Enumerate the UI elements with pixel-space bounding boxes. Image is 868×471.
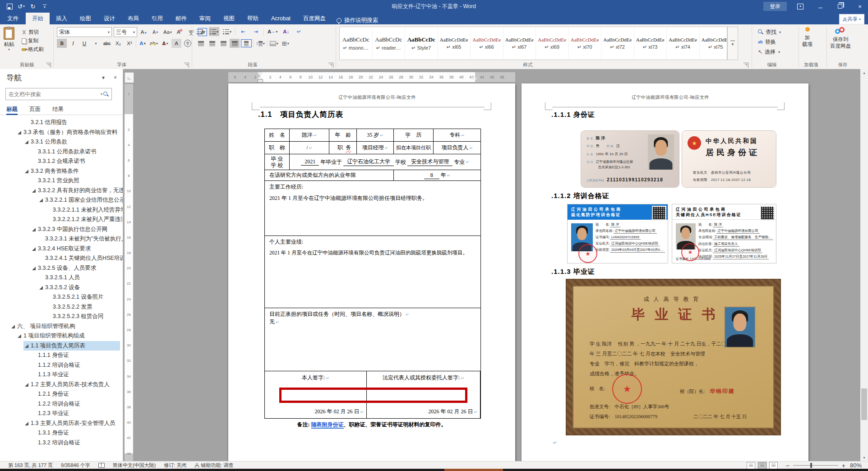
zoom-slider-thumb[interactable] <box>810 463 812 468</box>
distribute-button[interactable] <box>241 39 252 47</box>
ribbon-tab[interactable]: 插入 <box>50 13 74 24</box>
align-center-button[interactable] <box>207 39 217 48</box>
accessibility-indicator[interactable]: 辅助功能: 调查 <box>194 462 233 469</box>
style-item[interactable]: AaBbCcDdEe ↵ xl66 <box>471 27 503 60</box>
add-ins-button[interactable]: 加 载项 <box>802 27 813 48</box>
undo-button[interactable]: ↺▾ <box>15 1 27 12</box>
style-item[interactable]: AaBbCcDdEe ↵ xl75 <box>700 27 728 60</box>
subscript-button[interactable]: X₂ <box>113 39 123 48</box>
copy-button[interactable]: 复制 <box>22 37 44 45</box>
style-item[interactable]: AaBbCcDc ↵ Style7 <box>405 27 438 60</box>
login-button[interactable]: 登录 <box>763 2 787 11</box>
left-indent-marker[interactable] <box>258 80 263 82</box>
search-options-dropdown-icon[interactable]: ▾ <box>101 92 102 96</box>
style-item[interactable]: AaBbCcDdEe ↵ xl69 <box>536 27 569 60</box>
word-count[interactable]: 9/35846 个字 <box>61 462 90 469</box>
search-icon[interactable] <box>103 92 109 97</box>
font-dialog-launcher[interactable] <box>184 63 189 68</box>
qat-customize-button[interactable]: ▾ <box>39 1 51 12</box>
nav-tree-item[interactable]: 1 项目组织管理机构组成 <box>0 331 123 341</box>
ribbon-display-options-button[interactable]: ▴ <box>792 0 808 13</box>
zoom-in-button[interactable]: + <box>842 462 845 469</box>
ribbon-tab[interactable]: 视图 <box>217 13 241 24</box>
expand-arrow-icon[interactable] <box>25 140 28 144</box>
style-item[interactable]: AaBbCcDdEe ↵ xl67 <box>503 27 536 60</box>
clipboard-dialog-launcher[interactable] <box>46 63 51 68</box>
highlight-button[interactable]: ab▾ <box>149 39 159 48</box>
font-family-combo[interactable]: 宋体▾ <box>57 27 112 37</box>
line-spacing-button[interactable]: ↕▾ <box>255 39 266 48</box>
ribbon-tab[interactable]: 邮件 <box>169 13 193 24</box>
style-item[interactable]: AaBbCcDdEe ↵ xl73 <box>634 27 667 60</box>
navigation-tab[interactable]: 页面 <box>29 103 41 115</box>
select-button[interactable]: ↖选择▾ <box>758 47 781 57</box>
strikethrough-button[interactable]: abc <box>102 39 112 48</box>
align-right-button[interactable] <box>218 39 228 48</box>
bullets-button[interactable]: ▾ <box>196 27 206 36</box>
expand-arrow-icon[interactable] <box>32 189 36 193</box>
redo-button[interactable]: ↻ <box>27 1 39 12</box>
shading-button[interactable]: ▾ <box>269 39 279 48</box>
paste-button[interactable]: 粘贴 ▾ <box>4 27 14 51</box>
expand-arrow-icon[interactable] <box>18 131 21 134</box>
underline-button[interactable]: U <box>79 39 89 48</box>
nav-tree-item[interactable]: 1.1.3 毕业证 <box>0 370 123 380</box>
nav-tree-item[interactable]: 3.3.2.5.1 人员 <box>0 273 123 283</box>
find-button[interactable]: 查找▾ <box>758 27 781 37</box>
clear-formatting-button[interactable]: A <box>175 28 185 37</box>
ribbon-tab[interactable]: Acrobat <box>265 13 297 24</box>
save-to-baidu-button[interactable]: 保存到 百度网盘 <box>830 27 851 50</box>
nav-tree-item[interactable]: 1.2.3 毕业证 <box>0 409 123 419</box>
minimize-button[interactable] <box>812 0 828 13</box>
justify-button[interactable] <box>230 39 240 48</box>
nav-tree-item[interactable]: 1.1.1 身份证 <box>0 351 123 360</box>
navigation-tab[interactable]: 标题 <box>6 103 18 115</box>
shrink-font-button[interactable]: A▼ <box>151 28 161 37</box>
nav-tree-item[interactable]: 3.3.2 商务资格条件 <box>0 166 123 176</box>
nav-tree-item[interactable]: 3.3.2.4 HSE取证要求 <box>0 244 123 254</box>
nav-tree-item[interactable]: 3.3.2.2.1.2 未被列入严重违法失... <box>0 215 123 225</box>
asian-layout-button[interactable]: A↔▾ <box>267 27 278 36</box>
nav-tree-item[interactable]: 3.3.1.2 合规承诺书 <box>0 157 123 166</box>
nav-tree-item[interactable]: 1.3.2 培训合格证 <box>0 438 123 448</box>
nav-tree-item[interactable]: 1.3.1 身份证 <box>0 428 123 438</box>
scrollbar-thumb[interactable] <box>861 388 867 420</box>
expand-arrow-icon[interactable] <box>18 334 21 338</box>
numbering-button[interactable]: ▾ <box>209 27 219 36</box>
bold-button[interactable]: B <box>57 39 67 48</box>
nav-tree-item[interactable]: 3.3.2.5.2 设备 <box>0 283 123 293</box>
expand-arrow-icon[interactable] <box>32 228 36 231</box>
expand-arrow-icon[interactable] <box>25 344 28 348</box>
style-item[interactable]: AaBbCcDdEe ↵ xl74 <box>667 27 700 60</box>
expand-arrow-icon[interactable] <box>25 170 28 173</box>
navigation-close-icon[interactable]: × <box>114 74 117 81</box>
sort-button[interactable]: A↓ <box>281 27 291 36</box>
page-indicator[interactable]: 第 163 页, 共 177 页 <box>8 462 53 469</box>
navigation-tab[interactable]: 结果 <box>52 103 64 115</box>
style-item[interactable]: AaBbCcDc ↵ msono… <box>340 27 373 60</box>
nav-tree-item[interactable]: 1.2.2 培训合格证 <box>0 399 123 409</box>
nav-tree-item[interactable]: 3.3 承包（服务）商资格条件响应资料 <box>0 128 123 138</box>
paste-dropdown-icon[interactable]: ▾ <box>8 48 10 51</box>
read-mode-button[interactable] <box>747 462 755 469</box>
scroll-down-icon[interactable]: ▾ <box>860 454 868 461</box>
cut-button[interactable]: 剪切 <box>22 28 44 37</box>
expand-arrow-icon[interactable] <box>32 247 36 251</box>
increase-indent-button[interactable]: ⇥ <box>251 27 261 36</box>
nav-tree-item[interactable]: 3.3.2.2.1 国家企业信用信息公示系统 <box>0 195 123 205</box>
text-effects-button[interactable]: A▾ <box>138 39 148 48</box>
expand-arrow-icon[interactable] <box>11 325 15 328</box>
track-changes-indicator[interactable]: 修订: 关闭 <box>164 462 186 469</box>
ribbon-tab[interactable]: 布局 <box>121 13 145 24</box>
nav-tree-item[interactable]: 1.2 主要人员简历表-技术负责人 <box>0 380 123 390</box>
undo-dropdown-icon[interactable]: ▾ <box>23 5 25 8</box>
ribbon-tab[interactable]: 绘图 <box>74 13 97 24</box>
zoom-level[interactable]: 80% <box>850 462 862 469</box>
expand-arrow-icon[interactable] <box>32 267 36 270</box>
search-input[interactable] <box>6 91 101 97</box>
expand-arrow-icon[interactable] <box>39 199 43 202</box>
expand-arrow-icon[interactable] <box>25 422 28 425</box>
nav-tree-item[interactable]: 3.3.2.5.2.2 发票 <box>0 302 123 312</box>
character-shading-button[interactable]: A <box>171 39 181 48</box>
save-button[interactable] <box>4 1 15 12</box>
